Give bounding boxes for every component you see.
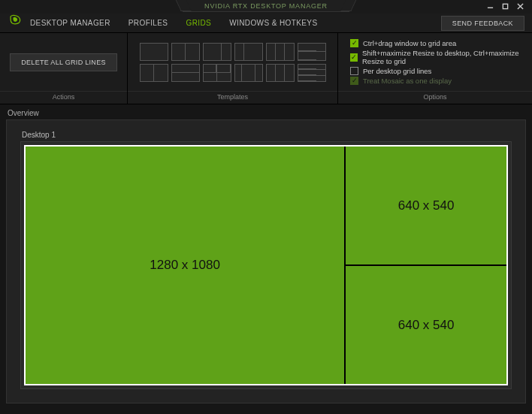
template-right-wide[interactable] [234, 43, 263, 61]
overview-label: Overview [6, 107, 526, 119]
template-2col[interactable] [171, 43, 200, 61]
grid-canvas[interactable]: 1280 x 1080 640 x 540 640 x 540 [24, 145, 508, 385]
template-3col-b[interactable] [266, 64, 295, 82]
tab-desktop-manager[interactable]: DESKTOP MANAGER [30, 19, 110, 27]
checkbox-per-desktop[interactable] [350, 67, 358, 75]
template-1x1[interactable] [140, 43, 168, 61]
option-label: Treat Mosaic as one display [363, 77, 452, 85]
nav-tabs: DESKTOP MANAGER PROFILES GRIDS WINDOWS &… [30, 19, 318, 27]
option-label: Shift+maximize Resize to desktop, Ctrl+m… [362, 49, 524, 65]
actions-section: DELETE ALL GRID LINES Actions [0, 33, 128, 104]
grid-cell-size: 1280 x 1080 [150, 258, 220, 273]
option-per-desktop: Per desktop grid lines [350, 67, 524, 75]
close-button[interactable] [512, 1, 527, 11]
option-ctrl-drag: Ctrl+drag window to grid area [350, 39, 524, 47]
options-label: Options [338, 91, 532, 104]
option-shift-maximize: Shift+maximize Resize to desktop, Ctrl+m… [350, 49, 524, 65]
template-center-wide[interactable] [234, 64, 263, 82]
options-section: Ctrl+drag window to grid area Shift+maxi… [338, 33, 532, 104]
overview-panel: Desktop 1 1280 x 1080 640 x 540 640 x 54… [6, 119, 526, 403]
app-title-tab: NVIDIA RTX DESKTOP MANAGER [183, 0, 349, 12]
overview-section: Overview Desktop 1 1280 x 1080 640 x 540… [0, 104, 532, 414]
main-nav: DESKTOP MANAGER PROFILES GRIDS WINDOWS &… [0, 14, 532, 33]
option-label: Per desktop grid lines [363, 67, 431, 75]
desktop-label: Desktop 1 [20, 131, 512, 141]
window-controls [482, 1, 527, 11]
svg-rect-1 [503, 4, 507, 8]
grid-cell-left[interactable]: 1280 x 1080 [26, 147, 346, 384]
nvidia-logo-icon [6, 11, 24, 29]
grid-cell-top-right[interactable]: 640 x 540 [346, 147, 506, 266]
tab-grids[interactable]: GRIDS [186, 19, 211, 27]
option-label: Ctrl+drag window to grid area [363, 39, 456, 47]
checkbox-ctrl-drag[interactable] [350, 39, 358, 47]
template-3x2[interactable] [298, 43, 326, 61]
grid-cell-bottom-right[interactable]: 640 x 540 [346, 266, 506, 384]
checkbox-shift-maximize[interactable] [350, 53, 358, 62]
toolbar: DELETE ALL GRID LINES Actions Templates [0, 33, 532, 104]
checkbox-treat-mosaic [350, 77, 358, 85]
option-treat-mosaic: Treat Mosaic as one display [350, 77, 524, 85]
title-bar: NVIDIA RTX DESKTOP MANAGER [0, 0, 532, 14]
app-title: NVIDIA RTX DESKTOP MANAGER [204, 2, 328, 10]
template-2row[interactable] [171, 64, 200, 82]
minimize-button[interactable] [482, 1, 497, 11]
template-3x3[interactable] [298, 64, 326, 82]
delete-all-grid-lines-button[interactable]: DELETE ALL GRID LINES [10, 53, 117, 71]
actions-label: Actions [0, 91, 127, 104]
grid-cell-size: 640 x 540 [398, 318, 455, 333]
template-2x2[interactable] [203, 64, 231, 82]
maximize-button[interactable] [497, 1, 512, 11]
send-feedback-button[interactable]: SEND FEEDBACK [441, 16, 524, 31]
template-3col[interactable] [266, 43, 295, 61]
desktop-container: 1280 x 1080 640 x 540 640 x 540 [20, 141, 512, 389]
template-2col-b[interactable] [140, 64, 168, 82]
tab-windows-hotkeys[interactable]: WINDOWS & HOTKEYS [229, 19, 317, 27]
templates-section: Templates [128, 33, 338, 104]
template-left-wide[interactable] [203, 43, 231, 61]
tab-profiles[interactable]: PROFILES [128, 19, 168, 27]
grid-cell-size: 640 x 540 [398, 198, 455, 213]
templates-label: Templates [128, 91, 337, 104]
